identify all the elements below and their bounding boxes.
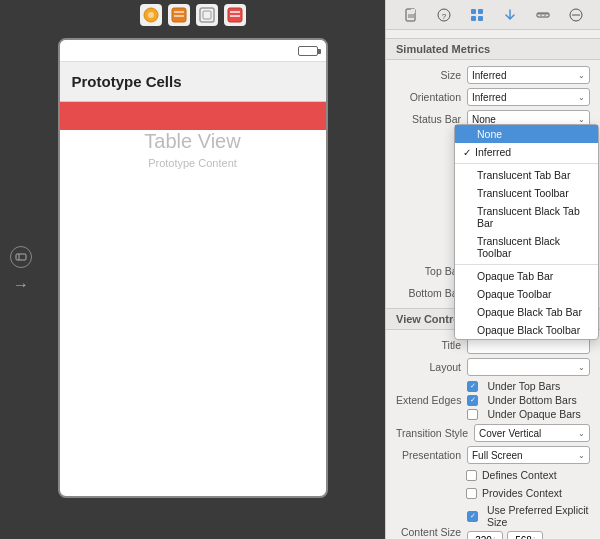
dropdown-item-opaque-toolbar[interactable]: Opaque Toolbar — [455, 285, 598, 303]
dropdown-item-translucent-black-tab-bar[interactable]: Translucent Black Tab Bar — [455, 202, 598, 232]
defines-context-row: Defines Context — [386, 466, 600, 484]
content-size-checkbox-label: Use Preferred Explicit Size — [487, 504, 590, 528]
orientation-row: Orientation Inferred ⌄ — [386, 86, 600, 108]
width-input[interactable]: 320 ⁝ — [467, 531, 503, 539]
right-panel-toolbar: ? — [386, 0, 600, 30]
question-icon[interactable]: ? — [434, 5, 454, 25]
canvas-toolbar — [0, 0, 385, 30]
dropdown-item-none[interactable]: None — [455, 125, 598, 143]
transition-style-row: Transition Style Cover Vertical ⌄ — [386, 422, 600, 444]
content-size-checkbox[interactable] — [467, 511, 478, 522]
left-side-icons: → — [10, 246, 32, 294]
svg-rect-10 — [230, 15, 240, 17]
gray-toolbar-icon[interactable] — [196, 4, 218, 26]
transition-style-arrow-icon: ⌄ — [578, 429, 585, 438]
table-view-area: Table View Prototype Content — [60, 130, 326, 169]
status-bar-dropdown[interactable]: None Inferred Translucent Tab Bar Transl… — [454, 124, 599, 340]
under-opaque-bars-row: Under Opaque Bars — [467, 408, 590, 420]
presentation-arrow-icon: ⌄ — [578, 451, 585, 460]
transition-style-label: Transition Style — [396, 427, 468, 439]
content-size-label: Content Size — [396, 526, 461, 538]
dropdown-item-translucent-black-toolbar[interactable]: Translucent Black Toolbar — [455, 232, 598, 262]
svg-rect-20 — [478, 9, 483, 14]
provides-context-row: Provides Context — [386, 484, 600, 502]
size-value: Inferred — [472, 70, 506, 81]
status-bar-arrow-icon: ⌄ — [578, 115, 585, 124]
status-bar-row: Status Bar None ⌄ None Inferred Transluc… — [386, 108, 600, 130]
nav-title: Prototype Cells — [72, 73, 182, 90]
height-input-group: 568 ⁝ Height — [507, 531, 543, 539]
transition-style-value: Cover Vertical — [479, 428, 541, 439]
arrow-down-icon[interactable] — [500, 5, 520, 25]
provides-context-label: Provides Context — [482, 487, 562, 499]
dropdown-item-opaque-black-toolbar[interactable]: Opaque Black Toolbar — [455, 321, 598, 339]
grid-icon[interactable] — [467, 5, 487, 25]
status-bar-value: None — [472, 114, 496, 125]
layout-row: Layout ⌄ — [386, 356, 600, 378]
vc-title-label: Title — [396, 339, 461, 351]
svg-text:?: ? — [441, 11, 446, 20]
prototype-content-label: Prototype Content — [148, 157, 237, 169]
dropdown-item-opaque-black-tab-bar[interactable]: Opaque Black Tab Bar — [455, 303, 598, 321]
red-prototype-bar — [60, 102, 326, 130]
svg-rect-7 — [203, 11, 211, 19]
under-top-bars-checkbox[interactable] — [467, 381, 478, 392]
panel-content: Simulated Metrics Size Inferred ⌄ Orient… — [386, 30, 600, 539]
extend-edges-label: Extend Edges — [396, 394, 461, 406]
extend-edges-row: Extend Edges Under Top Bars Under Bottom… — [386, 378, 600, 422]
height-input[interactable]: 568 ⁝ — [507, 531, 543, 539]
dropdown-item-translucent-tab-bar[interactable]: Translucent Tab Bar — [455, 166, 598, 184]
defines-context-label: Defines Context — [482, 469, 557, 481]
content-size-row: Content Size Use Preferred Explicit Size… — [386, 502, 600, 539]
under-top-bars-row: Under Top Bars — [467, 380, 590, 392]
svg-rect-11 — [16, 254, 26, 260]
orange-toolbar-icon[interactable] — [168, 4, 190, 26]
under-bottom-bars-row: Under Bottom Bars — [467, 394, 590, 406]
size-label: Size — [396, 69, 461, 81]
size-inputs: 320 ⁝ Width 568 ⁝ Height — [467, 531, 590, 539]
right-arrow-icon: → — [13, 276, 29, 294]
dropdown-separator-2 — [455, 264, 598, 265]
circle-minus-icon[interactable] — [566, 5, 586, 25]
presentation-select[interactable]: Full Screen ⌄ — [467, 446, 590, 464]
transition-style-select[interactable]: Cover Vertical ⌄ — [474, 424, 590, 442]
size-arrow-icon: ⌄ — [578, 71, 585, 80]
svg-rect-9 — [230, 11, 240, 13]
orientation-arrow-icon: ⌄ — [578, 93, 585, 102]
presentation-value: Full Screen — [472, 450, 523, 461]
top-bar-label: Top Bar — [396, 265, 461, 277]
iphone-status-bar — [60, 40, 326, 62]
file-icon[interactable] — [401, 5, 421, 25]
dropdown-item-translucent-toolbar[interactable]: Translucent Toolbar — [455, 184, 598, 202]
iphone-simulator: Prototype Cells Table View Prototype Con… — [58, 38, 328, 498]
under-bottom-bars-label: Under Bottom Bars — [487, 394, 576, 406]
left-circle-icon[interactable] — [10, 246, 32, 268]
orientation-select[interactable]: Inferred ⌄ — [467, 88, 590, 106]
layout-label: Layout — [396, 361, 461, 373]
dropdown-item-opaque-tab-bar[interactable]: Opaque Tab Bar — [455, 267, 598, 285]
yellow-toolbar-icon[interactable] — [140, 4, 162, 26]
under-opaque-bars-checkbox[interactable] — [467, 409, 478, 420]
under-bottom-bars-checkbox[interactable] — [467, 395, 478, 406]
svg-rect-14 — [411, 9, 415, 13]
provides-context-checkbox[interactable] — [466, 488, 477, 499]
red-toolbar-icon[interactable] — [224, 4, 246, 26]
dropdown-item-inferred[interactable]: Inferred — [455, 143, 598, 161]
svg-rect-6 — [200, 8, 214, 22]
svg-rect-3 — [174, 11, 184, 13]
ruler-icon[interactable] — [533, 5, 553, 25]
height-value: 568 — [515, 535, 532, 540]
battery-icon — [298, 46, 318, 56]
svg-rect-19 — [471, 9, 476, 14]
width-value: 320 — [475, 535, 492, 540]
table-view-label: Table View — [144, 130, 240, 153]
orientation-value: Inferred — [472, 92, 506, 103]
svg-rect-21 — [471, 16, 476, 21]
svg-point-1 — [148, 12, 154, 18]
nav-bar: Prototype Cells — [60, 62, 326, 102]
layout-select[interactable]: ⌄ — [467, 358, 590, 376]
defines-context-checkbox[interactable] — [466, 470, 477, 481]
layout-arrow-icon: ⌄ — [578, 363, 585, 372]
svg-rect-22 — [478, 16, 483, 21]
size-select[interactable]: Inferred ⌄ — [467, 66, 590, 84]
